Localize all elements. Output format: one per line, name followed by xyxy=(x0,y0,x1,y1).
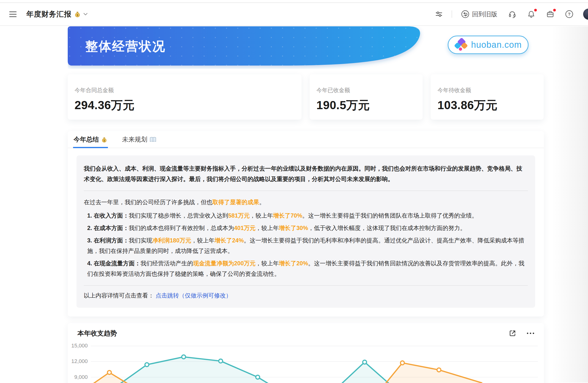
summary-content-box: 我们会从收入、成本、利润、现金流量等主要财务指标入手，分析过去一年的业绩以及财务… xyxy=(77,155,535,308)
list-item-cost: 2. 在成本方面：我们的成本也得到了有效控制，总成本为401万元，较上年增长了3… xyxy=(87,223,528,233)
list-item-profit: 3. 在利润方面：我们实现净利润180万元，较上年增长了24%。这一增长主要得益… xyxy=(87,235,528,256)
window-top-edge xyxy=(0,0,588,3)
summary-intro: 我们会从收入、成本、利润、现金流量等主要财务指标入手，分析过去一年的业绩以及财务… xyxy=(84,163,528,184)
money-bag-icon: $ xyxy=(74,11,81,18)
workbench-badge xyxy=(553,9,556,11)
stat-card-pending: 今年待收金额 103.86万元 xyxy=(431,74,544,120)
stat-label: 今年合同总金额 xyxy=(75,86,302,94)
support-headset-icon[interactable] xyxy=(508,10,517,19)
swap-circle-icon xyxy=(461,10,470,19)
report-title-wrap[interactable]: 年度财务汇报 $ xyxy=(26,9,88,19)
page-body: 整体经营状况 huoban.com 今年合同总金额 294.36万元 今年已收金… xyxy=(0,26,588,383)
divider xyxy=(84,285,528,286)
banner-title: 整体经营状况 xyxy=(85,38,166,55)
summary-challenge-line: 在过去一年里，我们的公司经历了许多挑战，但也取得了显著的成果。 xyxy=(84,197,528,207)
topbar-divider xyxy=(452,10,452,18)
chart-actions xyxy=(509,330,535,337)
trend-chart-card: 本年收支趋势 xyxy=(68,323,544,383)
stat-label: 今年待收金额 xyxy=(438,86,544,94)
footer-label: 以上内容详情可点击查看： xyxy=(84,292,154,299)
chevron-down-icon xyxy=(83,13,88,16)
stat-value: 190.5万元 xyxy=(316,97,423,113)
tab-label: 今年总结 xyxy=(74,135,99,144)
topbar: 年度财务汇报 $ xyxy=(0,3,588,26)
huoban-logo-badge: huoban.com xyxy=(448,36,528,54)
user-avatar[interactable] xyxy=(583,9,588,20)
back-to-old-version-label: 回到旧版 xyxy=(472,10,497,19)
notification-badge xyxy=(534,9,537,11)
menu-icon[interactable] xyxy=(9,11,17,17)
topbar-actions: 回到旧版 xyxy=(430,9,588,20)
stat-cards-row: 今年合同总金额 294.36万元 今年已收金额 190.5万元 今年待收金额 1… xyxy=(68,74,544,120)
section-banner: 整体经营状况 huoban.com xyxy=(68,26,544,65)
summary-list: 1. 在收入方面：我们实现了稳步增长，总营业收入达到581万元，较上年增长了70… xyxy=(84,210,528,279)
list-item-revenue: 1. 在收入方面：我们实现了稳步增长，总营业收入达到581万元，较上年增长了70… xyxy=(87,210,528,221)
right-edge-shadow xyxy=(551,26,588,383)
more-ellipsis-icon[interactable] xyxy=(526,332,535,335)
stat-card-contract-total: 今年合同总金额 294.36万元 xyxy=(68,74,302,120)
tab-future-plan[interactable]: 未来规划 xyxy=(122,131,157,148)
page-title: 年度财务汇报 xyxy=(26,9,72,19)
money-bag-icon: $ xyxy=(101,136,107,143)
chart-title: 本年收支趋势 xyxy=(78,329,117,338)
report-container: 整体经营状况 huoban.com 今年合同总金额 294.36万元 今年已收金… xyxy=(68,26,544,383)
svg-text:?: ? xyxy=(568,12,570,17)
stat-value: 294.36万元 xyxy=(75,97,302,113)
stat-value: 103.86万元 xyxy=(438,97,544,113)
svg-text:$: $ xyxy=(104,139,105,142)
workbench-briefcase-icon[interactable] xyxy=(546,10,555,19)
stat-label: 今年已收金额 xyxy=(316,86,423,94)
summary-footer: 以上内容详情可点击查看： 点击跳转（仅做示例可修改） xyxy=(84,292,528,299)
tab-this-year-summary[interactable]: 今年总结 $ xyxy=(73,131,108,148)
adjustments-icon[interactable] xyxy=(435,10,443,18)
chart-header: 本年收支趋势 xyxy=(68,323,544,340)
trend-chart: 15,000 12,000 9,000 xyxy=(68,340,544,383)
list-item-cashflow: 4. 在现金流量方面：我们经营活动产生的现金流量净额为200万元，较上年增长了2… xyxy=(87,258,528,279)
summary-card: 今年总结 $ 未来规划 xyxy=(68,131,544,317)
open-book-icon xyxy=(149,136,156,143)
trend-chart-svg xyxy=(68,340,544,383)
divider xyxy=(84,191,528,191)
huoban-logo-text: huoban.com xyxy=(471,40,522,50)
open-external-icon[interactable] xyxy=(509,330,516,337)
jump-link[interactable]: 点击跳转（仅做示例可修改） xyxy=(156,292,232,299)
huoban-diamond-icon xyxy=(455,38,468,51)
svg-text:$: $ xyxy=(77,13,78,17)
tab-row: 今年总结 $ 未来规划 xyxy=(68,131,544,148)
tab-label: 未来规划 xyxy=(122,135,147,144)
help-icon[interactable]: ? xyxy=(565,10,574,19)
notifications-bell-icon[interactable] xyxy=(527,10,536,19)
back-to-old-version-button[interactable]: 回到旧版 xyxy=(461,10,497,19)
stat-card-received: 今年已收金额 190.5万元 xyxy=(310,74,423,120)
